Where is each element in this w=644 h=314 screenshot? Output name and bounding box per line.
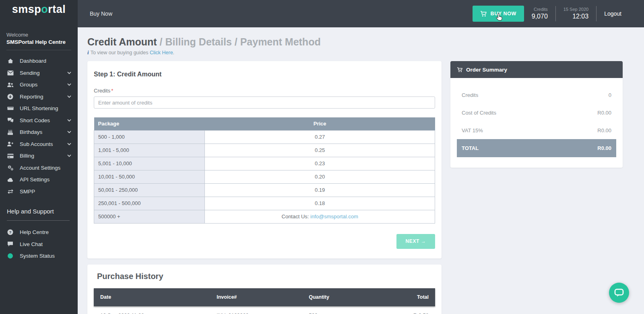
price-cell: 0.19 — [205, 183, 435, 197]
summary-row-cost: Cost of Credits R0.00 — [457, 104, 616, 121]
summary-row-vat: VAT 15% R0.00 — [457, 121, 616, 139]
credits-input[interactable] — [94, 96, 435, 109]
credits-display: Credits 9,070 — [532, 7, 548, 21]
table-row: 50,001 - 250,000 0.19 — [94, 183, 435, 197]
sidebar-item-birthdays[interactable]: Birthdays — [0, 126, 78, 138]
sidebar-item-sending[interactable]: Sending — [0, 67, 78, 79]
chevron-down-icon — [67, 131, 71, 133]
sidebar-item-label: Live Chat — [20, 241, 71, 247]
support-nav: ? Help Centre Live Chat System Status — [0, 226, 78, 262]
sidebar-item-short-codes[interactable]: Short Codes — [0, 115, 78, 127]
logout-button[interactable]: Logout — [604, 10, 621, 17]
contact-email-link[interactable]: info@smsportal.com — [310, 213, 358, 220]
chevron-down-icon — [67, 143, 71, 146]
table-row: 1,001 - 5,000 0.25 — [94, 144, 435, 157]
sidebar-item-system-status[interactable]: System Status — [0, 250, 78, 262]
sidebar-nav: Dashboard Sending Groups Reporting URL S… — [0, 55, 78, 197]
date-column-header: Date — [94, 294, 217, 300]
sidebar-item-live-chat[interactable]: Live Chat — [0, 238, 78, 250]
sidebar-item-label: Birthdays — [20, 129, 67, 135]
sidebar-item-label: Groups — [20, 82, 67, 88]
package-cell: 50,001 - 250,000 — [94, 183, 205, 197]
chevron-down-icon — [67, 83, 71, 86]
purchase-history-card: Purchase History Date Invoice# Quantity … — [87, 265, 442, 314]
welcome-label: Welcome — [6, 32, 78, 38]
sidebar-item-url-shortening[interactable]: URL Shortening — [0, 103, 78, 115]
sidebar-item-groups[interactable]: Groups — [0, 79, 78, 91]
summary-label: VAT 15% — [462, 127, 483, 133]
buy-now-button[interactable]: BUY NOW — [473, 6, 524, 22]
sidebar-item-label: Short Codes — [20, 117, 67, 123]
sidebar-item-label: Dashboard — [20, 58, 71, 64]
summary-total-row: TOTAL R0.00 — [457, 139, 616, 157]
comment-icon — [7, 241, 14, 247]
sidebar: smsportal Welcome SMSPortal Help Centre … — [0, 0, 78, 314]
credits-field-label: Credits* — [94, 88, 435, 94]
package-price-table: Package Price 500 - 1,000 0.27 — [94, 117, 435, 224]
buy-now-label: BUY NOW — [491, 11, 516, 16]
home-icon — [7, 58, 14, 64]
sidebar-item-help-centre[interactable]: ? Help Centre — [0, 226, 78, 238]
chevron-down-icon — [67, 72, 71, 74]
cart-icon — [480, 11, 487, 17]
summary-label: Cost of Credits — [462, 110, 496, 116]
time-value: 12:03 — [564, 12, 588, 21]
step1-card: Step 1: Credit Amount Credits* Package P… — [87, 61, 442, 259]
smsportal-logo[interactable]: smsportal — [0, 0, 78, 16]
logo-text: rtal — [48, 3, 66, 15]
sidebar-item-billing[interactable]: Billing — [0, 150, 78, 162]
purchase-total: R 0.58 — [374, 312, 435, 314]
chat-bubble-icon — [614, 288, 624, 298]
chevron-down-icon — [67, 95, 71, 98]
purchase-quantity: 500 — [309, 312, 374, 314]
package-cell: 5,001 - 10,000 — [94, 157, 205, 170]
cart-icon — [457, 67, 463, 72]
svg-text:?: ? — [9, 230, 12, 234]
breadcrumb-active: Credit Amount — [87, 36, 157, 47]
sidebar-item-label: Reporting — [20, 94, 67, 100]
package-cell: 1,001 - 5,000 — [94, 144, 205, 157]
chat-launcher-button[interactable] — [609, 283, 629, 303]
total-label: TOTAL — [462, 145, 479, 151]
comments-icon — [7, 117, 14, 123]
package-cell: 500000 + — [94, 210, 205, 223]
sidebar-item-account-settings[interactable]: Account Settings — [0, 162, 78, 174]
sidebar-item-label: Sending — [20, 70, 67, 76]
table-row: 5,001 - 10,000 0.23 — [94, 157, 435, 170]
table-row: 10,001 - 50,000 0.20 — [94, 170, 435, 183]
ruler-icon — [7, 105, 14, 112]
credits-label-text: Credits — [94, 88, 110, 94]
sidebar-item-label: Billing — [20, 153, 67, 159]
sidebar-item-reporting[interactable]: Reporting — [0, 91, 78, 103]
purchase-history-header: Date Invoice# Quantity Total — [94, 288, 435, 306]
sidebar-item-label: Help Centre — [20, 229, 71, 235]
price-cell: 0.23 — [205, 157, 435, 170]
credit-card-icon — [7, 153, 14, 159]
question-circle-icon: ? — [7, 229, 14, 236]
sidebar-item-sub-accounts[interactable]: Sub Accounts — [0, 138, 78, 150]
sidebar-item-label: SMPP — [20, 189, 71, 195]
sidebar-item-dashboard[interactable]: Dashboard — [0, 55, 78, 67]
total-column-header: Total — [374, 294, 435, 300]
sidebar-item-label: Sub Accounts — [20, 141, 67, 147]
date-value: 15 Sep 2020 — [564, 7, 588, 12]
birthday-cake-icon — [7, 129, 14, 135]
summary-value: 0 — [609, 92, 611, 98]
logo-accent-o: o — [41, 3, 48, 15]
content-area: Credit Amount / Billing Details / Paymen… — [78, 27, 644, 314]
package-cell: 250,001 - 500,000 — [94, 197, 205, 210]
sidebar-divider — [6, 50, 71, 50]
sidebar-item-api-settings[interactable]: API Settings — [0, 174, 78, 186]
invoice-column-header: Invoice# — [217, 294, 309, 300]
cursor-pointer — [496, 13, 503, 21]
click-here-link[interactable]: Click Here — [150, 50, 173, 55]
summary-row-credits: Credits 0 — [457, 86, 616, 104]
required-asterisk: * — [111, 88, 113, 94]
summary-value: R0.00 — [597, 127, 611, 133]
package-cell: 500 - 1,000 — [94, 130, 205, 144]
next-button[interactable]: NEXT → — [396, 234, 435, 249]
sidebar-item-label: URL Shortening — [20, 105, 71, 111]
table-row: 250,001 - 500,000 0.18 — [94, 197, 435, 210]
sidebar-item-smpp[interactable]: SMPP — [0, 186, 78, 198]
support-divider — [7, 220, 70, 221]
